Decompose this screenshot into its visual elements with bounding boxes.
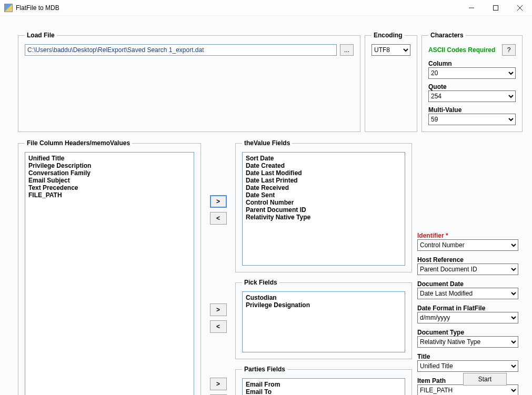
title-select[interactable]: Unified Title [417,360,518,372]
list-item[interactable]: Date Last Modified [246,169,401,177]
document-date-label: Document Date [417,280,518,288]
close-button[interactable] [508,0,532,16]
list-item[interactable]: Sort Date [246,155,401,162]
multivalue-label: Multi-Value [428,106,516,114]
move-left-pick-button[interactable]: < [210,320,227,333]
date-format-select[interactable]: d/mm/yyyy [417,312,518,323]
parties-fields-group: Parties Fields Email FromEmail ToEmail C… [235,366,412,395]
list-item[interactable]: Email From [246,381,401,388]
list-item[interactable]: Conversation Family [28,169,190,177]
ascii-required-label: ASCII Codes Required [428,46,499,54]
encoding-select[interactable]: UTF8 [372,44,410,56]
pick-fields-listbox[interactable]: CustodianPrivilege Designation [242,291,405,352]
minimize-icon [469,5,474,11]
load-file-group: Load File ... [18,32,360,132]
list-item[interactable]: Text Precedence [28,184,190,191]
list-item[interactable]: Privilege Description [28,162,190,169]
move-left-value-button[interactable]: < [210,212,227,225]
close-icon [517,5,523,11]
title-label: Title [417,353,518,360]
list-item[interactable]: Unified Title [28,155,190,162]
parties-fields-legend: Parties Fields [242,366,287,373]
host-reference-select[interactable]: Parent Document ID [417,264,518,275]
value-fields-legend: theValue Fields [242,139,292,147]
column-label: Column [428,60,516,67]
list-item[interactable]: Date Created [246,162,401,169]
load-file-path-input[interactable] [25,44,337,56]
list-item[interactable]: FILE_PATH [28,191,190,199]
pick-fields-legend: Pick Fields [242,279,279,286]
identifier-label: Identifier * [417,232,518,239]
move-right-value-button[interactable]: > [210,195,227,208]
identifier-select[interactable]: Control Number [417,239,518,251]
browse-button[interactable]: ... [340,44,354,56]
list-item[interactable]: Email Subject [28,177,190,184]
file-column-headers-listbox[interactable]: Unified TitlePrivilege DescriptionConver… [25,152,194,395]
file-column-headers-legend: File Column Headers/memoValues [25,139,132,147]
list-item[interactable]: Email To [246,388,401,395]
load-file-legend: Load File [25,32,57,39]
window-title: FlatFile to MDB [16,4,59,12]
host-reference-label: Host Reference [417,256,518,264]
list-item[interactable]: Parent Document ID [246,206,401,214]
document-date-select[interactable]: Date Last Modified [417,288,518,299]
list-item[interactable]: Custodian [246,294,401,301]
characters-group: Characters ASCII Codes Required ? Column… [421,32,523,132]
encoding-group: Encoding UTF8 [365,32,417,132]
app-icon [4,4,13,12]
date-format-label: Date Format in FlatFile [417,305,518,312]
list-item[interactable]: Date Sent [246,191,401,199]
list-item[interactable]: Relativity Native Type [246,214,401,221]
move-right-parties-button[interactable]: > [210,378,227,390]
file-column-headers-group: File Column Headers/memoValues Unified T… [18,139,201,395]
start-button[interactable]: Start [463,373,507,386]
minimize-button[interactable] [459,0,484,16]
value-fields-listbox[interactable]: Sort DateDate CreatedDate Last ModifiedD… [242,152,405,266]
characters-legend: Characters [428,32,466,39]
multivalue-select[interactable]: 59 [428,114,516,125]
item-path-select[interactable]: FILE_PATH [417,384,518,395]
pick-fields-group: Pick Fields CustodianPrivilege Designati… [235,279,412,359]
quote-select[interactable]: 254 [428,90,516,102]
value-fields-group: theValue Fields Sort DateDate CreatedDat… [235,139,412,272]
maximize-button[interactable] [484,0,508,16]
encoding-legend: Encoding [372,32,405,39]
ascii-help-button[interactable]: ? [502,44,516,56]
document-type-select[interactable]: Relativity Native Type [417,336,518,348]
svg-rect-1 [494,5,498,10]
titlebar: FlatFile to MDB [0,0,532,16]
list-item[interactable]: Date Received [246,184,401,191]
list-item[interactable]: Control Number [246,199,401,206]
list-item[interactable]: Privilege Designation [246,301,401,309]
parties-fields-listbox[interactable]: Email FromEmail ToEmail CCEmail BCC [242,378,405,395]
quote-label: Quote [428,83,516,90]
list-item[interactable]: Date Last Printed [246,177,401,184]
document-type-label: Document Type [417,329,518,336]
maximize-icon [493,5,498,11]
column-select[interactable]: 20 [428,67,516,79]
move-right-pick-button[interactable]: > [210,303,227,316]
